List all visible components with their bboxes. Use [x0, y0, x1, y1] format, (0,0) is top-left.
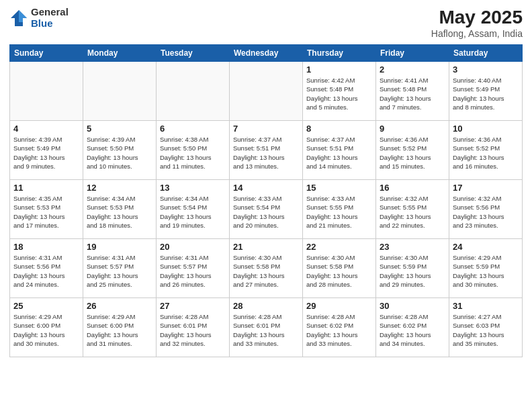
table-row: 16Sunrise: 4:32 AM Sunset: 5:55 PM Dayli…	[376, 180, 449, 239]
day-number: 17	[453, 183, 519, 193]
table-row: 26Sunrise: 4:29 AM Sunset: 6:00 PM Dayli…	[83, 298, 157, 357]
day-number: 13	[160, 183, 226, 193]
day-number: 4	[13, 124, 79, 134]
day-number: 30	[380, 301, 445, 311]
day-info: Sunrise: 4:29 AM Sunset: 6:00 PM Dayligh…	[13, 312, 79, 348]
day-number: 7	[233, 124, 299, 134]
table-row: 7Sunrise: 4:37 AM Sunset: 5:51 PM Daylig…	[230, 121, 303, 180]
table-row: 27Sunrise: 4:28 AM Sunset: 6:01 PM Dayli…	[157, 298, 230, 357]
table-row	[157, 62, 230, 121]
logo-blue-text: Blue	[31, 18, 69, 30]
day-info: Sunrise: 4:34 AM Sunset: 5:54 PM Dayligh…	[160, 194, 226, 230]
table-row: 25Sunrise: 4:29 AM Sunset: 6:00 PM Dayli…	[10, 298, 83, 357]
day-info: Sunrise: 4:37 AM Sunset: 5:51 PM Dayligh…	[233, 135, 299, 171]
day-number: 16	[380, 183, 445, 193]
day-info: Sunrise: 4:30 AM Sunset: 5:58 PM Dayligh…	[233, 253, 299, 289]
page-container: General Blue May 2025 Haflong, Assam, In…	[0, 0, 532, 411]
table-row: 30Sunrise: 4:28 AM Sunset: 6:02 PM Dayli…	[376, 298, 449, 357]
day-info: Sunrise: 4:37 AM Sunset: 5:51 PM Dayligh…	[306, 135, 372, 171]
day-info: Sunrise: 4:32 AM Sunset: 5:55 PM Dayligh…	[380, 194, 445, 230]
day-info: Sunrise: 4:28 AM Sunset: 6:01 PM Dayligh…	[233, 312, 299, 348]
col-friday: Friday	[376, 45, 449, 62]
table-row: 18Sunrise: 4:31 AM Sunset: 5:56 PM Dayli…	[10, 239, 83, 298]
day-number: 3	[453, 64, 519, 75]
col-tuesday: Tuesday	[157, 45, 230, 62]
table-row	[230, 62, 303, 121]
day-number: 1	[306, 64, 372, 75]
col-sunday: Sunday	[10, 45, 83, 62]
svg-marker-1	[19, 10, 27, 22]
table-row: 12Sunrise: 4:34 AM Sunset: 5:53 PM Dayli…	[83, 180, 157, 239]
table-row: 31Sunrise: 4:27 AM Sunset: 6:03 PM Dayli…	[449, 298, 523, 357]
table-row: 17Sunrise: 4:32 AM Sunset: 5:56 PM Dayli…	[449, 180, 523, 239]
table-row: 23Sunrise: 4:30 AM Sunset: 5:59 PM Dayli…	[376, 239, 449, 298]
logo-general-text: General	[31, 7, 69, 18]
day-info: Sunrise: 4:28 AM Sunset: 6:01 PM Dayligh…	[160, 312, 226, 348]
day-info: Sunrise: 4:32 AM Sunset: 5:56 PM Dayligh…	[453, 194, 519, 230]
day-info: Sunrise: 4:36 AM Sunset: 5:52 PM Dayligh…	[380, 135, 445, 171]
day-number: 25	[13, 301, 79, 311]
day-number: 20	[160, 242, 226, 252]
day-number: 22	[306, 242, 372, 252]
calendar-week-row: 18Sunrise: 4:31 AM Sunset: 5:56 PM Dayli…	[10, 239, 523, 298]
day-number: 15	[306, 183, 372, 193]
calendar-header-row: Sunday Monday Tuesday Wednesday Thursday…	[10, 45, 523, 62]
day-info: Sunrise: 4:39 AM Sunset: 5:49 PM Dayligh…	[13, 135, 79, 171]
col-thursday: Thursday	[303, 45, 376, 62]
day-info: Sunrise: 4:33 AM Sunset: 5:55 PM Dayligh…	[306, 194, 372, 230]
title-block: May 2025 Haflong, Assam, India	[431, 7, 523, 39]
calendar-week-row: 1Sunrise: 4:42 AM Sunset: 5:48 PM Daylig…	[10, 62, 523, 121]
table-row: 28Sunrise: 4:28 AM Sunset: 6:01 PM Dayli…	[230, 298, 303, 357]
day-info: Sunrise: 4:35 AM Sunset: 5:53 PM Dayligh…	[13, 194, 79, 230]
table-row: 10Sunrise: 4:36 AM Sunset: 5:52 PM Dayli…	[449, 121, 523, 180]
logo-text: General Blue	[31, 7, 69, 29]
logo-icon	[9, 9, 28, 28]
day-info: Sunrise: 4:39 AM Sunset: 5:50 PM Dayligh…	[87, 135, 152, 171]
table-row: 5Sunrise: 4:39 AM Sunset: 5:50 PM Daylig…	[83, 121, 157, 180]
table-row: 29Sunrise: 4:28 AM Sunset: 6:02 PM Dayli…	[303, 298, 376, 357]
day-info: Sunrise: 4:42 AM Sunset: 5:48 PM Dayligh…	[306, 76, 372, 111]
col-wednesday: Wednesday	[230, 45, 303, 62]
col-saturday: Saturday	[449, 45, 523, 62]
table-row: 3Sunrise: 4:40 AM Sunset: 5:49 PM Daylig…	[449, 62, 523, 121]
table-row: 4Sunrise: 4:39 AM Sunset: 5:49 PM Daylig…	[10, 121, 83, 180]
day-number: 5	[87, 124, 152, 134]
day-number: 10	[453, 124, 519, 134]
day-number: 28	[233, 301, 299, 311]
day-info: Sunrise: 4:27 AM Sunset: 6:03 PM Dayligh…	[453, 312, 519, 348]
day-info: Sunrise: 4:40 AM Sunset: 5:49 PM Dayligh…	[453, 76, 519, 111]
table-row: 13Sunrise: 4:34 AM Sunset: 5:54 PM Dayli…	[157, 180, 230, 239]
day-number: 8	[306, 124, 372, 134]
calendar-location: Haflong, Assam, India	[431, 28, 523, 39]
day-info: Sunrise: 4:29 AM Sunset: 6:00 PM Dayligh…	[87, 312, 152, 348]
day-number: 18	[13, 242, 79, 252]
day-info: Sunrise: 4:31 AM Sunset: 5:57 PM Dayligh…	[160, 253, 226, 289]
day-number: 27	[160, 301, 226, 311]
day-info: Sunrise: 4:28 AM Sunset: 6:02 PM Dayligh…	[380, 312, 445, 348]
day-info: Sunrise: 4:33 AM Sunset: 5:54 PM Dayligh…	[233, 194, 299, 230]
col-monday: Monday	[83, 45, 157, 62]
calendar-title: May 2025	[431, 7, 523, 28]
day-number: 6	[160, 124, 226, 134]
day-info: Sunrise: 4:38 AM Sunset: 5:50 PM Dayligh…	[160, 135, 226, 171]
table-row	[83, 62, 157, 121]
day-info: Sunrise: 4:31 AM Sunset: 5:56 PM Dayligh…	[13, 253, 79, 289]
day-number: 21	[233, 242, 299, 252]
day-info: Sunrise: 4:30 AM Sunset: 5:58 PM Dayligh…	[306, 253, 372, 289]
table-row: 8Sunrise: 4:37 AM Sunset: 5:51 PM Daylig…	[303, 121, 376, 180]
table-row: 6Sunrise: 4:38 AM Sunset: 5:50 PM Daylig…	[157, 121, 230, 180]
day-info: Sunrise: 4:31 AM Sunset: 5:57 PM Dayligh…	[87, 253, 152, 289]
table-row: 1Sunrise: 4:42 AM Sunset: 5:48 PM Daylig…	[303, 62, 376, 121]
calendar-week-row: 25Sunrise: 4:29 AM Sunset: 6:00 PM Dayli…	[10, 298, 523, 357]
day-number: 23	[380, 242, 445, 252]
table-row: 20Sunrise: 4:31 AM Sunset: 5:57 PM Dayli…	[157, 239, 230, 298]
table-row: 2Sunrise: 4:41 AM Sunset: 5:48 PM Daylig…	[376, 62, 449, 121]
table-row: 11Sunrise: 4:35 AM Sunset: 5:53 PM Dayli…	[10, 180, 83, 239]
day-number: 2	[380, 64, 445, 75]
table-row: 15Sunrise: 4:33 AM Sunset: 5:55 PM Dayli…	[303, 180, 376, 239]
day-number: 26	[87, 301, 152, 311]
day-number: 29	[306, 301, 372, 311]
day-info: Sunrise: 4:30 AM Sunset: 5:59 PM Dayligh…	[380, 253, 445, 289]
day-number: 24	[453, 242, 519, 252]
table-row: 21Sunrise: 4:30 AM Sunset: 5:58 PM Dayli…	[230, 239, 303, 298]
